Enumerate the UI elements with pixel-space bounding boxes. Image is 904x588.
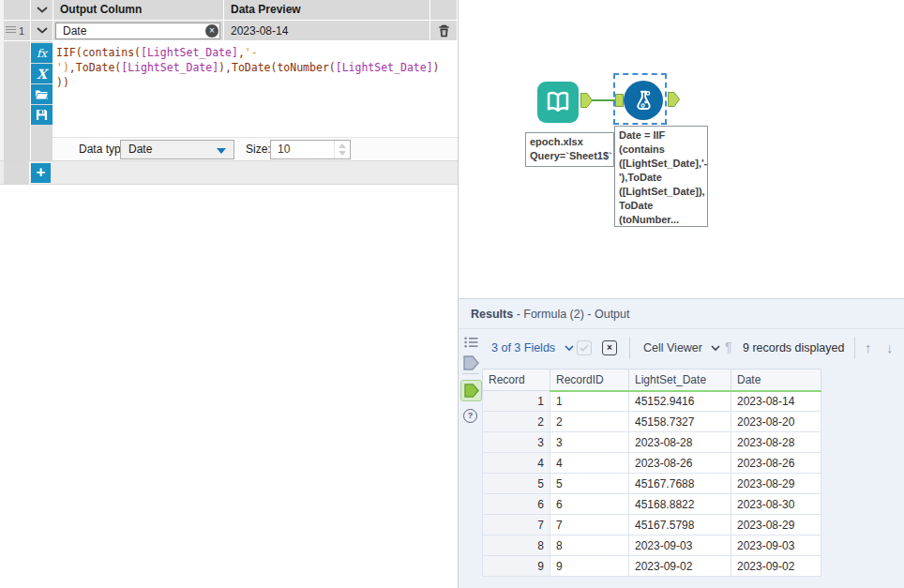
table-cell[interactable]: 9 xyxy=(550,556,629,577)
expression-token: [LightSet_Date] xyxy=(141,46,238,59)
clear-icon[interactable]: × xyxy=(205,24,218,38)
output-column-input[interactable] xyxy=(55,23,220,39)
check-all-button[interactable] xyxy=(577,340,592,355)
row-column-picker[interactable] xyxy=(31,21,53,41)
table-cell[interactable]: 5 xyxy=(550,474,629,494)
divider xyxy=(462,373,479,374)
table-cell[interactable]: 45168.8822 xyxy=(629,494,731,515)
dropdown-arrow-icon xyxy=(217,148,226,154)
table-cell[interactable]: 6 xyxy=(550,494,629,515)
table-cell[interactable]: 2023-08-28 xyxy=(731,432,821,453)
data-type-row: Data type: Date Size: 10 xyxy=(53,137,458,160)
functions-button[interactable]: fx xyxy=(31,43,53,63)
uncheck-all-button[interactable]: × xyxy=(602,340,617,355)
table-cell[interactable]: 45167.7688 xyxy=(629,474,731,494)
table-row[interactable]: 1145152.94162023-08-14 xyxy=(483,391,821,412)
table-cell[interactable]: 1 xyxy=(550,391,629,412)
expression-token: IIF(contains( xyxy=(56,46,141,59)
table-row[interactable]: 7745167.57982023-08-29 xyxy=(483,515,821,535)
column-header-recordid[interactable]: RecordID xyxy=(550,369,629,391)
table-cell[interactable]: 45152.9416 xyxy=(629,391,731,412)
table-cell[interactable]: 6 xyxy=(483,494,550,515)
fields-dropdown[interactable]: 3 of 3 Fields xyxy=(491,341,574,354)
table-cell[interactable]: 7 xyxy=(550,515,629,535)
cell-viewer-dropdown[interactable]: Cell Viewer xyxy=(643,341,720,354)
add-column-button[interactable]: + xyxy=(31,163,51,183)
table-cell[interactable]: 4 xyxy=(483,453,550,474)
results-table-body: 1145152.94162023-08-142245158.73272023-0… xyxy=(483,391,821,577)
input-tool-annotation[interactable]: epoch.xlsx Query=`Sheet1$` xyxy=(525,132,614,167)
expression-line: IIF(contains([LightSet_Date],'- xyxy=(56,45,458,60)
table-cell[interactable]: 2023-08-20 xyxy=(731,412,821,432)
table-row[interactable]: 2245158.73272023-08-20 xyxy=(483,412,821,432)
table-cell[interactable]: 8 xyxy=(550,535,629,556)
expression-token: [LightSet_Date] xyxy=(336,61,433,74)
table-row[interactable]: 6645168.88222023-08-30 xyxy=(483,494,821,515)
delete-row-cell xyxy=(430,21,458,41)
header-column-picker[interactable] xyxy=(31,0,53,21)
table-cell[interactable]: 3 xyxy=(483,432,550,453)
input-anchor-button[interactable] xyxy=(463,355,479,370)
table-cell[interactable]: 9 xyxy=(483,556,550,577)
table-cell[interactable]: 1 xyxy=(483,391,550,412)
expression-editor[interactable]: IIF(contains([LightSet_Date],'-'),ToDate… xyxy=(53,41,458,137)
table-cell[interactable]: 2023-08-28 xyxy=(629,432,731,453)
stepper-up-icon[interactable] xyxy=(339,143,346,148)
table-row[interactable]: 332023-08-282023-08-28 xyxy=(483,432,821,453)
table-row[interactable]: 992023-09-022023-09-02 xyxy=(483,556,821,577)
open-folder-icon xyxy=(35,89,49,100)
column-header-date[interactable]: Date xyxy=(731,369,821,391)
trash-icon[interactable] xyxy=(437,23,451,38)
whitespace-toggle[interactable]: ¶ xyxy=(725,339,732,354)
table-cell[interactable]: 2023-09-02 xyxy=(731,556,821,577)
table-cell[interactable]: 2023-09-03 xyxy=(629,535,731,556)
header-corner-cell xyxy=(4,0,31,21)
expression-line: '),ToDate([LightSet_Date]),ToDate(toNumb… xyxy=(56,60,458,75)
help-icon[interactable]: ? xyxy=(463,409,477,423)
table-cell[interactable]: 2023-09-03 xyxy=(731,535,821,556)
table-cell[interactable]: 2023-08-29 xyxy=(731,474,821,494)
formula-tool[interactable] xyxy=(624,81,663,120)
table-cell[interactable]: 4 xyxy=(550,453,629,474)
stepper-down-icon[interactable] xyxy=(339,151,346,156)
open-expression-button[interactable] xyxy=(31,84,53,104)
column-header-lightset-date[interactable]: LightSet_Date xyxy=(629,369,731,391)
table-row[interactable]: 5545167.76882023-08-29 xyxy=(483,474,821,494)
table-cell[interactable]: 2023-08-14 xyxy=(731,391,821,412)
data-type-dropdown[interactable]: Date xyxy=(120,140,234,159)
scroll-down-button[interactable]: ↓ xyxy=(886,339,894,355)
table-row[interactable]: 882023-09-032023-09-03 xyxy=(483,535,821,556)
table-cell[interactable]: 2023-08-26 xyxy=(731,453,821,474)
formula-tool-input-anchor[interactable] xyxy=(615,94,624,107)
table-cell[interactable]: 2023-08-29 xyxy=(731,515,821,535)
metadata-list-button[interactable] xyxy=(464,337,478,348)
workflow-canvas[interactable]: epoch.xlsx Query=`Sheet1$` Date = IIF (c… xyxy=(459,0,904,298)
formula-tool-output-anchor[interactable] xyxy=(668,92,680,107)
formula-tool-annotation[interactable]: Date = IIF (contains ([LightSet_Date],'-… xyxy=(614,126,708,227)
table-cell[interactable]: 2 xyxy=(483,412,550,432)
table-cell[interactable]: 2023-09-02 xyxy=(629,556,731,577)
table-cell[interactable]: 2023-08-30 xyxy=(731,494,821,515)
table-cell[interactable]: 8 xyxy=(483,535,550,556)
table-cell[interactable]: 3 xyxy=(550,432,629,453)
output-anchor-button[interactable] xyxy=(460,380,482,401)
expression-token: ,ToDate( xyxy=(69,61,121,74)
column-header-record[interactable]: Record xyxy=(483,369,550,391)
save-expression-button[interactable] xyxy=(31,105,53,125)
table-cell[interactable]: 2 xyxy=(550,412,629,432)
output-anchor-icon xyxy=(464,384,479,398)
table-cell[interactable]: 2023-08-26 xyxy=(629,453,731,474)
add-column-row: + xyxy=(0,160,458,185)
add-row-margin xyxy=(4,161,30,185)
variables-button[interactable]: X xyxy=(31,64,53,83)
table-row[interactable]: 442023-08-262023-08-26 xyxy=(483,453,821,474)
stepper-buttons[interactable] xyxy=(334,141,350,158)
table-cell[interactable]: 45167.5798 xyxy=(629,515,731,535)
table-cell[interactable]: 7 xyxy=(483,515,550,535)
drag-handle-icon[interactable] xyxy=(6,26,16,35)
table-cell[interactable]: 45158.7327 xyxy=(629,412,731,432)
scroll-up-button[interactable]: ↑ xyxy=(865,339,872,355)
table-cell[interactable]: 5 xyxy=(483,474,550,494)
input-data-tool[interactable] xyxy=(537,82,579,123)
size-stepper[interactable]: 10 xyxy=(270,140,351,159)
